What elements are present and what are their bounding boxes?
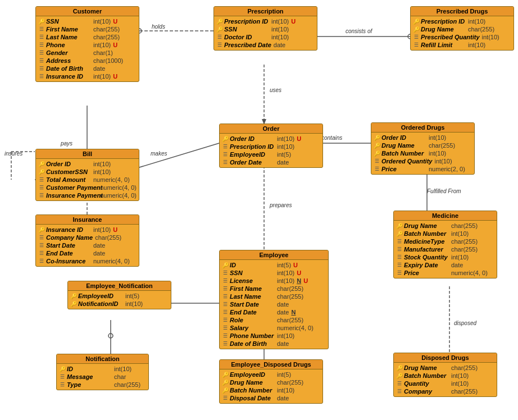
notification-title: Notification: [57, 354, 148, 364]
svg-point-13: [108, 334, 113, 338]
entity-order: Order 🔑Order IDint(10)U ☰Prescription ID…: [219, 124, 323, 168]
entity-ordered-drugs: Ordered Drugs 🔑Order IDint(10) 🔑Drug Nam…: [371, 122, 475, 175]
label-prepares: prepares: [270, 202, 292, 208]
label-pays: pays: [61, 140, 72, 147]
order-title: Order: [220, 124, 322, 134]
label-insures: insures: [4, 150, 22, 157]
entity-notification: Notification 🔑IDint(10) ☰Messagechar ☰Ty…: [56, 354, 149, 390]
label-contains: contains: [321, 135, 342, 141]
label-makes: makes: [151, 150, 167, 157]
employee-notification-title: Employee_Notification: [68, 281, 171, 291]
svg-line-8: [126, 143, 219, 171]
entity-customer: Customer 🔑SSNint(10)U ☰First Namechar(25…: [35, 6, 139, 82]
label-fulfilled: Fulfilled From: [427, 188, 461, 194]
bill-title: Bill: [36, 149, 139, 159]
entity-prescription: Prescription 🔑Prescription IDint(10)U 🔑S…: [213, 6, 317, 51]
prescribed-drugs-title: Prescribed Drugs: [411, 7, 514, 16]
medicine-title: Medicine: [394, 211, 497, 221]
label-disposed: disposed: [454, 320, 476, 326]
entity-employee-notification: Employee_Notification 🔑EmployeeIDint(5) …: [67, 281, 171, 309]
entity-medicine: Medicine 🔑Drug Namechar(255) 🔑Batch Numb…: [393, 211, 497, 279]
customer-title: Customer: [36, 7, 139, 16]
label-consists: consists of: [346, 28, 372, 34]
entity-insurance: Insurance 🔑Insurance IDint(10)U ☰Company…: [35, 214, 139, 267]
entity-disposed-drugs: Disposed Drugs 🔑Drug Namechar(255) 🔑Batc…: [393, 353, 497, 397]
entity-employee-disposed-drugs: Employee_Disposed Drugs 🔑EmployeeIDint(5…: [219, 359, 323, 404]
disposed-drugs-title: Disposed Drugs: [394, 353, 497, 363]
entity-employee: Employee 🔑IDint(5)U ☰SSNint(10)U ☰Licens…: [219, 250, 329, 349]
label-uses: uses: [270, 87, 281, 93]
employee-disposed-drugs-title: Employee_Disposed Drugs: [220, 360, 322, 369]
insurance-title: Insurance: [36, 215, 139, 225]
entity-prescribed-drugs: Prescribed Drugs 🔑Prescription IDint(10)…: [410, 6, 514, 51]
prescription-title: Prescription: [214, 7, 317, 16]
label-holds: holds: [152, 24, 165, 30]
entity-bill: Bill 🔑Order IDint(10) 🔑CustomerSSNint(10…: [35, 149, 139, 201]
ordered-drugs-title: Ordered Drugs: [371, 123, 474, 133]
diagram-container: holds consists of uses contains pays mak…: [0, 0, 518, 420]
employee-title: Employee: [220, 250, 328, 260]
